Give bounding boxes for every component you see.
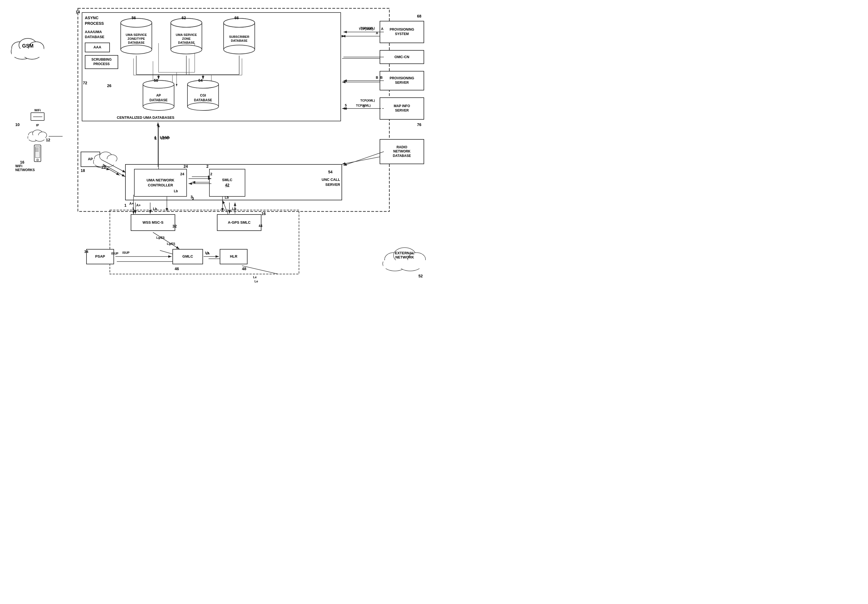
- svg-point-87: [223, 19, 255, 27]
- wifi-label: WiFi: [34, 109, 40, 112]
- svg-text:5: 5: [345, 104, 347, 107]
- network-diagram: 10 14 GSM WiFi ══════ IP: [0, 0, 434, 302]
- a-gps-smlc-box: A-GPS SMLC: [217, 214, 262, 231]
- svg-rect-62: [37, 151, 37, 152]
- cyl-uma-service-zone: UMA SERVICEZONEDATABASE 62: [170, 17, 203, 56]
- svg-line-25: [342, 156, 385, 164]
- psap-box: PSAP: [86, 249, 114, 264]
- svg-point-86: [223, 45, 255, 54]
- cyl-cgi-db-label: CGIDATABASE: [194, 93, 212, 102]
- svg-point-74: [121, 45, 152, 54]
- ip-label: IP: [36, 124, 39, 127]
- external-network-area: EXTERNALNETWORK 52: [381, 245, 428, 278]
- cyl-uma-service-zone-type: UMA SERVICEZONE/TYPEDATABASE 56: [119, 17, 153, 56]
- unc-call-server-box: UMA NETWORKCONTROLLER SMLC 42 UNC CALLSE…: [125, 164, 342, 200]
- lb-label-1: Lb: [174, 189, 178, 193]
- label-10: 10: [15, 123, 20, 127]
- label-56: 56: [132, 15, 136, 20]
- label-54: 54: [328, 170, 333, 174]
- svg-point-99: [188, 81, 219, 88]
- hlr-box: HLR: [220, 249, 248, 264]
- label-72: 72: [83, 81, 87, 85]
- label-22: 22: [102, 165, 106, 169]
- svg-rect-56: [37, 149, 37, 149]
- label-2: 2: [206, 164, 209, 169]
- svg-rect-53: [37, 148, 37, 148]
- label-44: 44: [259, 224, 262, 228]
- ldap-label: LDAP: [161, 136, 170, 140]
- svg-text:Lg/E5: Lg/E5: [156, 236, 165, 239]
- label-62: 62: [181, 15, 186, 20]
- svg-text:ISUP: ISUP: [122, 251, 130, 254]
- svg-rect-42: [12, 49, 44, 57]
- label-A: A: [376, 31, 378, 35]
- uma-network-controller-box: UMA NETWORKCONTROLLER: [134, 169, 187, 197]
- label-26: 26: [107, 84, 112, 88]
- gsm-label: GSM: [8, 43, 47, 49]
- label-12: 12: [46, 138, 50, 142]
- svg-text:Lb: Lb: [232, 207, 236, 211]
- label-64: 64: [198, 78, 203, 83]
- svg-text:Lb: Lb: [153, 207, 157, 211]
- label-46: 46: [175, 267, 179, 271]
- label-3: 3: [191, 195, 193, 199]
- external-network-label: EXTERNALNETWORK: [381, 251, 428, 259]
- label-18: 18: [81, 168, 85, 173]
- label-66: 66: [234, 15, 239, 20]
- svg-point-81: [171, 19, 202, 27]
- label-24: 24: [184, 164, 188, 169]
- label-68: 68: [417, 14, 422, 19]
- svg-text:A+: A+: [136, 203, 141, 207]
- label-32: 32: [172, 224, 177, 228]
- svg-line-18: [242, 266, 278, 274]
- label-B: B: [376, 76, 378, 79]
- cyl-uma-service-zone-label: UMA SERVICEZONEDATABASE: [176, 33, 197, 45]
- svg-text:Le: Le: [254, 279, 258, 283]
- cyl-subscriber-db: SUBSCRIBERDATABASE 66: [223, 17, 256, 56]
- svg-rect-57: [38, 149, 39, 149]
- tcp-xml-a-label: TCP(XML): [360, 26, 375, 30]
- svg-text:1: 1: [132, 207, 134, 211]
- le-label: Le: [253, 275, 257, 279]
- svg-rect-105: [383, 260, 426, 269]
- svg-line-133: [153, 232, 180, 249]
- svg-rect-63: [38, 151, 39, 152]
- svg-point-80: [171, 45, 202, 54]
- label-4: 4: [154, 136, 157, 141]
- svg-point-92: [143, 102, 174, 110]
- svg-point-98: [188, 102, 219, 110]
- label-52: 52: [418, 274, 423, 278]
- gsm-cloud: GSM: [8, 33, 47, 61]
- label-34: 34: [84, 250, 88, 254]
- label-16-ext: 16: [262, 211, 266, 216]
- svg-rect-52: [36, 148, 36, 148]
- lh-label: Lh: [206, 252, 209, 255]
- svg-rect-60: [38, 150, 39, 151]
- svg-rect-69: [94, 159, 116, 165]
- label-58: 58: [154, 78, 158, 83]
- cyl-uma-service-zone-type-label: UMA SERVICEZONE/TYPEDATABASE: [126, 33, 147, 45]
- map-info-server-box: MAP INFOSERVER: [380, 97, 424, 120]
- svg-rect-55: [36, 149, 36, 149]
- lb-label-2: Lb: [225, 196, 229, 199]
- cyl-ap-db-label: APDATABASE: [150, 93, 168, 102]
- a-plus-label: A+: [129, 202, 134, 206]
- wss-msc-s-box: WSS MSC-S: [131, 214, 175, 231]
- label-16-wifi: 16: [20, 160, 25, 165]
- svg-point-75: [121, 19, 152, 27]
- svg-rect-54: [38, 148, 39, 148]
- label-1: 1: [124, 203, 127, 208]
- svg-rect-61: [36, 151, 36, 152]
- omc-cn-box: OMC-CN: [380, 50, 424, 64]
- smlc-num: 42: [225, 183, 229, 188]
- isup-label: ISUP: [111, 252, 118, 255]
- svg-rect-59: [37, 150, 37, 151]
- label-5: 5: [363, 104, 365, 108]
- wifi-device-area: WiFi ══════ IP: [19, 109, 56, 164]
- svg-point-93: [143, 81, 174, 88]
- ip-cloud-22: 22: [92, 148, 119, 169]
- gmlc-box: GMLC: [172, 249, 203, 264]
- cyl-ap-db: APDATABASE 58: [142, 79, 175, 113]
- cyl-cgi-db: CGIDATABASE 64: [186, 79, 220, 113]
- label-48: 48: [242, 267, 246, 271]
